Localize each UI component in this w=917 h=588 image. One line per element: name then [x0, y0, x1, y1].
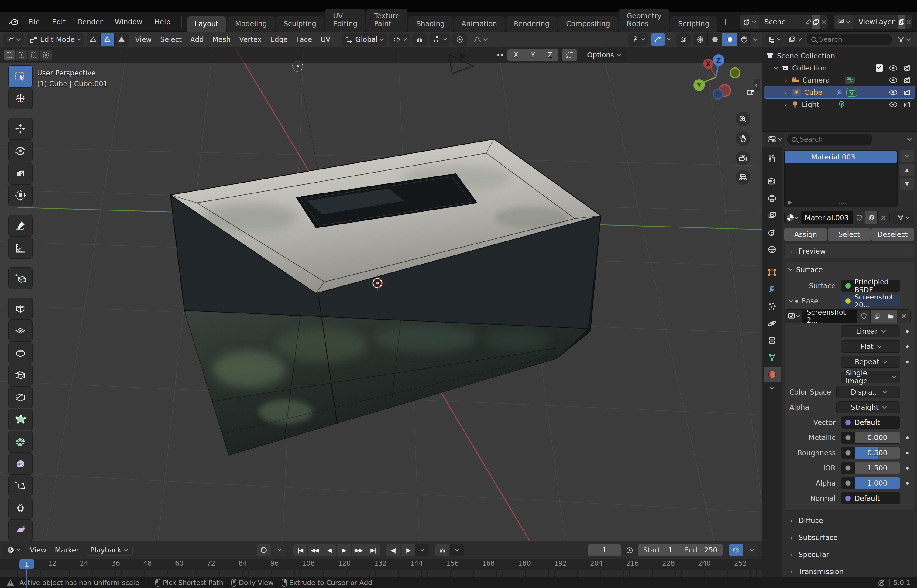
viewport-menu-item[interactable]: Face — [292, 34, 316, 45]
zoom-icon[interactable] — [736, 112, 750, 126]
select-invert-icon[interactable] — [40, 50, 52, 60]
tab-particles[interactable] — [763, 299, 781, 314]
pan-hand-icon[interactable] — [736, 131, 750, 146]
hide-eye-icon[interactable] — [889, 102, 898, 108]
tool-edge-slide[interactable] — [8, 475, 32, 497]
decorator-dot[interactable] — [906, 345, 909, 348]
proportional-falloff-dropdown[interactable] — [469, 34, 491, 45]
navigation-gizmo[interactable]: Z X Y — [689, 52, 744, 106]
new-scene-copy-icon[interactable] — [812, 15, 820, 29]
add-workspace-button[interactable]: + — [717, 14, 734, 29]
vertex-select-icon[interactable] — [87, 34, 100, 45]
decorator-dot[interactable] — [906, 436, 909, 439]
outliner-search[interactable] — [807, 34, 892, 45]
outliner-row-scene-collection[interactable]: Scene Collection — [764, 50, 915, 62]
copy-image-icon[interactable] — [870, 310, 883, 323]
menu-item[interactable]: Window — [109, 16, 149, 27]
pivot-point-dropdown[interactable] — [389, 34, 410, 45]
mirror-icon[interactable] — [495, 50, 505, 60]
camera-view-icon[interactable] — [736, 151, 750, 165]
timeline-menu-item[interactable]: View — [26, 545, 51, 555]
surface-shader-field[interactable]: Principled BSDF — [841, 280, 900, 292]
workspace-tab[interactable]: Texture Paint — [366, 8, 408, 32]
color-space-dropdown[interactable]: Displa... — [836, 386, 900, 398]
outliner-row-camera[interactable]: › Camera — [764, 74, 915, 86]
shading-dropdown-icon[interactable] — [753, 36, 757, 41]
proportional-editing-icon[interactable] — [453, 34, 467, 45]
shader-section-header[interactable]: ›Diffuse — [784, 514, 914, 528]
panel-grip[interactable]: :::: — [901, 249, 909, 254]
tool-scale[interactable] — [8, 163, 32, 184]
snap-target-dropdown[interactable] — [429, 34, 450, 45]
menu-item[interactable]: File — [22, 16, 46, 27]
viewport-menu-item[interactable]: Mesh — [208, 34, 235, 45]
disable-render-camera-icon[interactable] — [904, 65, 912, 71]
previous-keyframe-button[interactable]: ◀◀ — [308, 544, 322, 556]
tool-loop-cut[interactable] — [8, 365, 32, 386]
wireframe-shading-icon[interactable] — [693, 34, 708, 45]
hide-eye-icon[interactable] — [889, 89, 898, 95]
show-overlays-toggle[interactable] — [650, 34, 665, 45]
frame-clock-icon[interactable] — [625, 546, 634, 554]
image-name-field[interactable]: Screenshot 2... — [802, 310, 857, 323]
shader-section-header[interactable]: ›Subsurface — [784, 531, 914, 544]
tab-constraints[interactable] — [763, 333, 781, 348]
slot-specials-icon[interactable] — [900, 150, 914, 162]
edge-select-icon[interactable] — [100, 34, 115, 45]
face-select-icon[interactable] — [115, 34, 129, 45]
deselect-button[interactable]: Deselect — [871, 228, 914, 241]
fake-user-shield-icon[interactable] — [853, 212, 865, 224]
metallic-slider[interactable]: 0.000 — [841, 431, 900, 444]
viewport-menu-item[interactable]: View — [131, 34, 156, 45]
vector-field[interactable]: Default — [841, 417, 900, 428]
rendered-shading-icon[interactable] — [737, 34, 751, 45]
keying-set-dropdown-icon[interactable] — [273, 544, 286, 556]
tab-object[interactable] — [763, 265, 781, 280]
outliner-row-light[interactable]: › Light — [764, 99, 915, 111]
open-image-folder-icon[interactable] — [883, 310, 897, 323]
step-dropdown-icon[interactable] — [416, 544, 429, 556]
modifier-wrench-icon[interactable] — [836, 89, 843, 96]
copy-material-icon[interactable] — [865, 212, 877, 224]
base-color-value-field[interactable]: Screenshot 20... — [841, 295, 900, 307]
shader-section-header[interactable]: ›Transmission — [784, 565, 914, 577]
panel-grip[interactable]: :::: — [901, 267, 909, 272]
sidebar-collapse-icon[interactable] — [754, 79, 760, 90]
scene-icon[interactable] — [740, 15, 759, 29]
timeline-track-area[interactable] — [0, 570, 762, 577]
projection-dropdown[interactable]: Flat — [841, 341, 900, 353]
workspace-tab[interactable]: Layout — [187, 16, 226, 32]
tool-select-box[interactable] — [8, 66, 32, 87]
roughness-slider[interactable]: 0.500 — [841, 447, 900, 459]
slot-move-down-icon[interactable]: ▼ — [900, 178, 914, 190]
next-keyframe-button[interactable]: ▶▶ — [351, 544, 366, 556]
camera-data-icon[interactable] — [845, 76, 855, 84]
outliner-row-collection[interactable]: Collection — [764, 62, 915, 74]
tool-spin[interactable] — [8, 431, 32, 452]
workspace-tab[interactable]: Scripting — [670, 16, 717, 32]
play-reverse-button[interactable]: ◀ — [322, 544, 336, 556]
surface-expand-icon[interactable] — [788, 267, 792, 271]
tool-cursor[interactable] — [8, 88, 32, 109]
properties-editor-type-button[interactable] — [765, 133, 784, 145]
workspace-tab[interactable]: Shading — [408, 16, 453, 32]
preview-panel-header[interactable]: ›Preview:::: — [784, 244, 914, 258]
tab-data[interactable] — [763, 350, 781, 365]
timeline-snap-magnet-icon[interactable] — [435, 544, 450, 556]
start-frame-field[interactable]: Start1 — [638, 544, 678, 556]
timeline-ruler[interactable]: 1 12243648607284961081201321441561681801… — [0, 559, 762, 570]
tool-inset-faces[interactable] — [8, 320, 32, 341]
workspace-tab[interactable]: Sculpting — [276, 16, 324, 32]
properties-search-input[interactable] — [800, 136, 868, 143]
preview-range-dropdown-icon[interactable] — [745, 544, 759, 556]
collection-expand-icon[interactable] — [774, 65, 778, 69]
decorator-dot[interactable] — [906, 482, 909, 485]
tool-transform[interactable] — [8, 185, 32, 206]
tab-material[interactable] — [763, 367, 781, 382]
playback-menu[interactable]: Playback — [85, 544, 133, 556]
camera-expand-icon[interactable]: › — [783, 77, 788, 84]
tab-view-layer[interactable] — [763, 207, 781, 223]
tool-poly-build[interactable] — [8, 409, 32, 430]
current-frame-field[interactable]: 1 — [588, 544, 621, 556]
select-extend-icon[interactable] — [16, 50, 27, 60]
